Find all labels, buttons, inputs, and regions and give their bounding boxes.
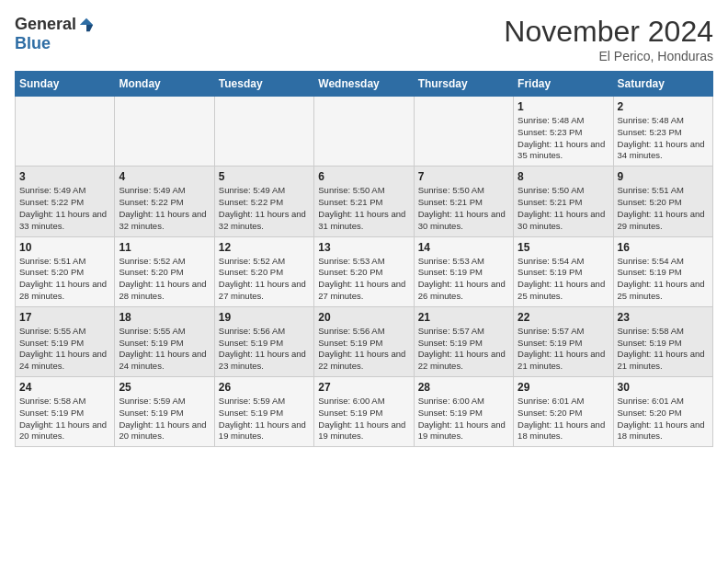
calendar-cell: [115, 97, 214, 167]
day-number: 26: [219, 381, 310, 394]
calendar-header: SundayMondayTuesdayWednesdayThursdayFrid…: [16, 72, 713, 97]
header-day-monday: Monday: [115, 72, 214, 97]
day-number: 28: [418, 381, 509, 394]
day-info: Sunrise: 5:52 AM Sunset: 5:20 PM Dayligh…: [219, 256, 310, 303]
day-number: 21: [418, 311, 509, 324]
day-number: 29: [518, 381, 609, 394]
header-day-tuesday: Tuesday: [214, 72, 313, 97]
day-info: Sunrise: 5:48 AM Sunset: 5:23 PM Dayligh…: [518, 115, 609, 162]
calendar-week-1: 1Sunrise: 5:48 AM Sunset: 5:23 PM Daylig…: [16, 97, 713, 167]
day-info: Sunrise: 5:52 AM Sunset: 5:20 PM Dayligh…: [119, 256, 210, 303]
day-info: Sunrise: 6:00 AM Sunset: 5:19 PM Dayligh…: [318, 396, 409, 442]
day-info: Sunrise: 5:50 AM Sunset: 5:21 PM Dayligh…: [418, 185, 509, 232]
day-info: Sunrise: 6:01 AM Sunset: 5:20 PM Dayligh…: [518, 396, 609, 442]
calendar-cell: 6Sunrise: 5:50 AM Sunset: 5:21 PM Daylig…: [314, 167, 414, 236]
calendar-cell: 29Sunrise: 6:01 AM Sunset: 5:20 PM Dayli…: [514, 377, 613, 447]
day-number: 16: [618, 241, 709, 254]
calendar-cell: 11Sunrise: 5:52 AM Sunset: 5:20 PM Dayli…: [115, 236, 214, 306]
calendar-cell: 8Sunrise: 5:50 AM Sunset: 5:21 PM Daylig…: [514, 167, 613, 236]
calendar-cell: 12Sunrise: 5:52 AM Sunset: 5:20 PM Dayli…: [214, 236, 313, 306]
calendar-cell: 13Sunrise: 5:53 AM Sunset: 5:20 PM Dayli…: [314, 236, 414, 306]
day-number: 2: [618, 100, 709, 113]
page-header: General Blue November 2024 El Perico, Ho…: [15, 15, 713, 63]
calendar-cell: 30Sunrise: 6:01 AM Sunset: 5:20 PM Dayli…: [613, 377, 712, 447]
day-number: 25: [119, 381, 210, 394]
day-number: 24: [19, 381, 110, 394]
calendar-cell: [314, 97, 414, 167]
calendar-body: 1Sunrise: 5:48 AM Sunset: 5:23 PM Daylig…: [16, 97, 713, 447]
calendar-cell: 20Sunrise: 5:56 AM Sunset: 5:19 PM Dayli…: [314, 306, 414, 376]
calendar-cell: 22Sunrise: 5:57 AM Sunset: 5:19 PM Dayli…: [514, 306, 613, 376]
calendar-cell: 7Sunrise: 5:50 AM Sunset: 5:21 PM Daylig…: [414, 167, 513, 236]
day-number: 5: [219, 170, 310, 183]
day-number: 20: [318, 311, 409, 324]
logo-icon: [78, 17, 95, 33]
calendar-cell: 2Sunrise: 5:48 AM Sunset: 5:23 PM Daylig…: [613, 97, 712, 167]
day-info: Sunrise: 5:56 AM Sunset: 5:19 PM Dayligh…: [318, 326, 409, 373]
month-title: November 2024: [504, 15, 713, 49]
day-info: Sunrise: 5:55 AM Sunset: 5:19 PM Dayligh…: [19, 326, 110, 373]
logo-blue-text: Blue: [15, 34, 51, 53]
day-number: 14: [418, 241, 509, 254]
day-info: Sunrise: 5:49 AM Sunset: 5:22 PM Dayligh…: [19, 185, 110, 232]
calendar-cell: 18Sunrise: 5:55 AM Sunset: 5:19 PM Dayli…: [115, 306, 214, 376]
calendar-cell: 24Sunrise: 5:58 AM Sunset: 5:19 PM Dayli…: [16, 377, 115, 447]
day-info: Sunrise: 5:53 AM Sunset: 5:20 PM Dayligh…: [318, 256, 409, 303]
day-number: 22: [518, 311, 609, 324]
day-info: Sunrise: 5:50 AM Sunset: 5:21 PM Dayligh…: [518, 185, 609, 232]
day-number: 19: [219, 311, 310, 324]
calendar-week-5: 24Sunrise: 5:58 AM Sunset: 5:19 PM Dayli…: [16, 377, 713, 447]
calendar-cell: 25Sunrise: 5:59 AM Sunset: 5:19 PM Dayli…: [115, 377, 214, 447]
calendar-cell: [16, 97, 115, 167]
day-number: 3: [19, 170, 110, 183]
calendar-cell: 1Sunrise: 5:48 AM Sunset: 5:23 PM Daylig…: [514, 97, 613, 167]
calendar-cell: 4Sunrise: 5:49 AM Sunset: 5:22 PM Daylig…: [115, 167, 214, 236]
day-number: 4: [119, 170, 210, 183]
logo: General Blue: [15, 15, 95, 53]
logo-general-text: General: [15, 15, 76, 34]
day-number: 23: [618, 311, 709, 324]
day-info: Sunrise: 5:48 AM Sunset: 5:23 PM Dayligh…: [618, 115, 709, 162]
day-number: 11: [119, 241, 210, 254]
calendar-cell: 19Sunrise: 5:56 AM Sunset: 5:19 PM Dayli…: [214, 306, 313, 376]
day-info: Sunrise: 5:51 AM Sunset: 5:20 PM Dayligh…: [618, 185, 709, 232]
calendar-cell: 21Sunrise: 5:57 AM Sunset: 5:19 PM Dayli…: [414, 306, 513, 376]
day-number: 17: [19, 311, 110, 324]
header-row: SundayMondayTuesdayWednesdayThursdayFrid…: [16, 72, 713, 97]
day-number: 15: [518, 241, 609, 254]
day-info: Sunrise: 5:57 AM Sunset: 5:19 PM Dayligh…: [418, 326, 509, 373]
location-subtitle: El Perico, Honduras: [504, 49, 713, 63]
calendar-cell: 5Sunrise: 5:49 AM Sunset: 5:22 PM Daylig…: [214, 167, 313, 236]
day-info: Sunrise: 5:57 AM Sunset: 5:19 PM Dayligh…: [518, 326, 609, 373]
day-info: Sunrise: 5:58 AM Sunset: 5:19 PM Dayligh…: [19, 396, 110, 442]
day-number: 12: [219, 241, 310, 254]
header-day-friday: Friday: [514, 72, 613, 97]
calendar-cell: 17Sunrise: 5:55 AM Sunset: 5:19 PM Dayli…: [16, 306, 115, 376]
calendar-cell: 14Sunrise: 5:53 AM Sunset: 5:19 PM Dayli…: [414, 236, 513, 306]
day-number: 30: [618, 381, 709, 394]
calendar-cell: 28Sunrise: 6:00 AM Sunset: 5:19 PM Dayli…: [414, 377, 513, 447]
title-block: November 2024 El Perico, Honduras: [504, 15, 713, 63]
day-info: Sunrise: 5:49 AM Sunset: 5:22 PM Dayligh…: [119, 185, 210, 232]
day-number: 18: [119, 311, 210, 324]
calendar-week-3: 10Sunrise: 5:51 AM Sunset: 5:20 PM Dayli…: [16, 236, 713, 306]
day-number: 7: [418, 170, 509, 183]
day-info: Sunrise: 5:54 AM Sunset: 5:19 PM Dayligh…: [518, 256, 609, 303]
calendar-week-2: 3Sunrise: 5:49 AM Sunset: 5:22 PM Daylig…: [16, 167, 713, 236]
day-info: Sunrise: 5:49 AM Sunset: 5:22 PM Dayligh…: [219, 185, 310, 232]
calendar-table: SundayMondayTuesdayWednesdayThursdayFrid…: [15, 71, 713, 447]
calendar-cell: 27Sunrise: 6:00 AM Sunset: 5:19 PM Dayli…: [314, 377, 414, 447]
day-info: Sunrise: 5:59 AM Sunset: 5:19 PM Dayligh…: [219, 396, 310, 442]
calendar-cell: 23Sunrise: 5:58 AM Sunset: 5:19 PM Dayli…: [613, 306, 712, 376]
day-number: 1: [518, 100, 609, 113]
calendar-cell: [414, 97, 513, 167]
day-number: 10: [19, 241, 110, 254]
day-number: 8: [518, 170, 609, 183]
day-number: 6: [318, 170, 409, 183]
calendar-cell: [214, 97, 313, 167]
calendar-cell: 3Sunrise: 5:49 AM Sunset: 5:22 PM Daylig…: [16, 167, 115, 236]
header-day-sunday: Sunday: [16, 72, 115, 97]
svg-marker-1: [86, 25, 93, 31]
day-info: Sunrise: 5:54 AM Sunset: 5:19 PM Dayligh…: [618, 256, 709, 303]
day-info: Sunrise: 5:56 AM Sunset: 5:19 PM Dayligh…: [219, 326, 310, 373]
